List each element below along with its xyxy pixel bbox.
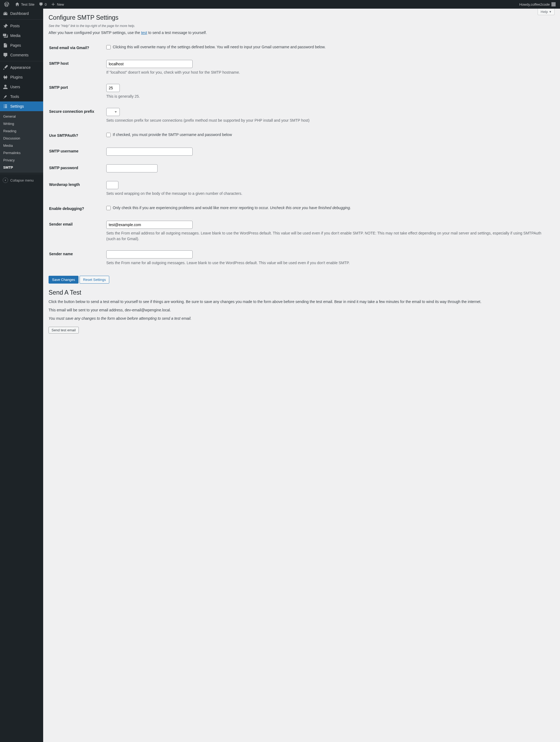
help-tab[interactable]: Help▼ <box>538 9 555 15</box>
comments-link[interactable]: 0 <box>37 0 49 9</box>
comment-icon <box>3 52 8 58</box>
checkbox-gmail[interactable] <box>106 45 111 49</box>
triangle-down-icon: ▼ <box>549 10 552 13</box>
submenu-general[interactable]: General <box>0 113 43 120</box>
submenu-settings: General Writing Reading Discussion Media… <box>0 111 43 173</box>
desc-debug: Only check this if you are experiencing … <box>113 205 351 211</box>
avatar <box>551 2 556 6</box>
label-secure: Secure connection prefix <box>49 104 103 127</box>
menu-media[interactable]: Media <box>0 31 43 41</box>
wordpress-icon <box>4 2 9 7</box>
label-auth: Use SMTPAuth? <box>49 128 103 143</box>
wrench-icon <box>3 94 8 99</box>
checkbox-auth[interactable] <box>106 133 111 137</box>
site-name[interactable]: Test Site <box>13 0 37 9</box>
plug-icon <box>3 74 8 80</box>
desc-port: This is generally 25. <box>106 94 551 99</box>
input-user[interactable] <box>106 148 192 156</box>
checkbox-debug[interactable] <box>106 206 111 210</box>
menu-dashboard[interactable]: Dashboard <box>0 9 43 18</box>
home-icon <box>15 2 19 6</box>
comments-count: 0 <box>45 2 47 6</box>
dashboard-icon <box>3 11 8 16</box>
submenu-permalinks[interactable]: Permalinks <box>0 149 43 157</box>
label-debug: Enable debugging? <box>49 201 103 216</box>
menu-settings[interactable]: Settings <box>0 101 43 111</box>
menu-comments[interactable]: Comments <box>0 50 43 60</box>
label-wrap: Wordwrap length <box>49 177 103 201</box>
collapse-menu[interactable]: Collapse menu <box>0 175 43 185</box>
admin-menu: Dashboard Posts Media Pages Comments App… <box>0 9 43 742</box>
wp-logo[interactable] <box>2 0 13 9</box>
menu-appearance[interactable]: Appearance <box>0 63 43 72</box>
input-pass[interactable] <box>106 164 158 172</box>
comment-icon <box>39 2 43 6</box>
username: coffee2code <box>530 2 550 6</box>
select-secure[interactable] <box>106 108 120 116</box>
submenu-privacy[interactable]: Privacy <box>0 157 43 164</box>
desc-gmail: Clicking this will overwrite many of the… <box>113 44 326 50</box>
menu-posts[interactable]: Posts <box>0 21 43 31</box>
desc-sender-email: Sets the From email address for all outg… <box>106 230 551 242</box>
desc-auth: If checked, you must provide the SMTP us… <box>113 132 232 138</box>
reset-button[interactable]: Reset Settings <box>79 276 110 283</box>
brush-icon <box>3 65 8 70</box>
form-table: Send email via Gmail? Clicking this will… <box>49 40 555 270</box>
collapse-icon <box>3 177 8 183</box>
label-sender-email: Sender email <box>49 217 103 246</box>
input-wrap[interactable] <box>106 181 118 189</box>
test-p3: You must save any changes to the form ab… <box>49 316 555 321</box>
user-icon <box>3 84 8 90</box>
admin-bar: Test Site 0 New Howdy, coffee2code <box>0 0 560 9</box>
submenu-writing[interactable]: Writing <box>0 120 43 127</box>
test-p1: Click the button below to send a test em… <box>49 299 555 305</box>
page-icon <box>3 43 8 48</box>
desc-host: If "localhost" doesn't work for you, che… <box>106 70 551 75</box>
test-link[interactable]: test <box>141 31 147 35</box>
new-label: New <box>57 2 64 6</box>
intro: After you have configured your SMTP sett… <box>49 30 555 36</box>
menu-pages[interactable]: Pages <box>0 41 43 50</box>
media-icon <box>3 33 8 38</box>
desc-wrap: Sets word wrapping on the body of the me… <box>106 191 551 197</box>
send-test-button[interactable]: Send test email <box>49 327 79 333</box>
new-content[interactable]: New <box>49 0 66 9</box>
input-port[interactable] <box>106 84 120 92</box>
site-name-text: Test Site <box>21 2 35 6</box>
menu-tools[interactable]: Tools <box>0 92 43 101</box>
my-account[interactable]: Howdy, coffee2code <box>517 0 558 9</box>
input-sender-email[interactable] <box>106 221 192 229</box>
page-title: Configure SMTP Settings <box>49 9 555 24</box>
plus-icon <box>51 2 55 6</box>
input-host[interactable] <box>106 60 192 68</box>
howdy-text: Howdy, <box>519 2 530 6</box>
test-heading: Send A Test <box>49 289 555 296</box>
desc-sender-name: Sets the From name for all outgoing mess… <box>106 260 551 266</box>
sliders-icon <box>3 104 8 109</box>
desc-secure: Sets connection prefix for secure connec… <box>106 118 551 123</box>
test-p2: This email will be sent to your email ad… <box>49 307 555 313</box>
pin-icon <box>3 23 8 29</box>
submenu-media[interactable]: Media <box>0 142 43 149</box>
help-hint: See the "Help" link to the top-right of … <box>49 24 555 28</box>
submenu-discussion[interactable]: Discussion <box>0 135 43 142</box>
label-gmail: Send email via Gmail? <box>49 40 103 55</box>
submenu-reading[interactable]: Reading <box>0 127 43 135</box>
menu-users[interactable]: Users <box>0 82 43 92</box>
content: Help▼ Configure SMTP Settings See the "H… <box>43 9 560 742</box>
label-port: SMTP port <box>49 80 103 103</box>
label-sender-name: Sender name <box>49 246 103 270</box>
label-pass: SMTP password <box>49 160 103 176</box>
save-button[interactable]: Save Changes <box>49 276 78 283</box>
menu-plugins[interactable]: Plugins <box>0 72 43 82</box>
submit-row: Save Changes Reset Settings <box>49 276 555 283</box>
label-user: SMTP username <box>49 144 103 160</box>
input-sender-name[interactable] <box>106 250 192 259</box>
label-host: SMTP host <box>49 56 103 79</box>
submenu-smtp[interactable]: SMTP <box>0 164 43 171</box>
